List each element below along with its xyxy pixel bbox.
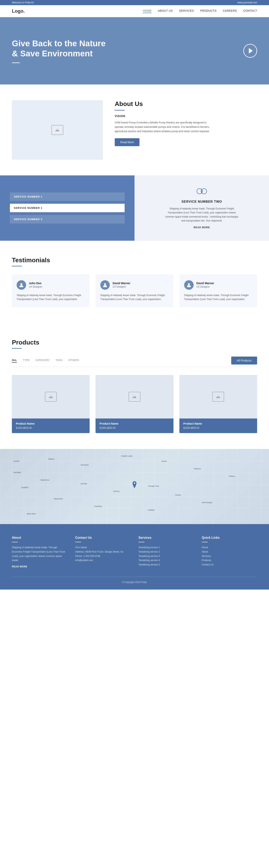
about-image-placeholder: [52, 125, 63, 135]
footer-services: Services Tantalizing service 1 Tantalizi…: [139, 536, 194, 569]
footer-phone: Phone: 1-202-555-0158: [75, 554, 130, 558]
service-item-2[interactable]: SERVICE NUMBER 1: [10, 204, 125, 212]
service-read-more[interactable]: READ MORE: [193, 226, 210, 229]
nav-services[interactable]: SERVICES: [179, 9, 194, 13]
product-img-placeholder-2: [128, 392, 141, 402]
product-footer-1: Product Name $1000-$800.00: [12, 418, 90, 433]
product-name-3: Product Name: [183, 422, 253, 425]
footer-link-services[interactable]: Services: [202, 554, 257, 558]
products-section: Products ALL TYPE CATEGORY TAGS OTHERS A…: [0, 323, 269, 449]
filter-type[interactable]: TYPE: [23, 359, 29, 363]
product-card-2[interactable]: Product Name $1000-$800.00: [95, 375, 173, 433]
footer: About Shipping of relatively lesser load…: [0, 524, 269, 590]
footer-service-1[interactable]: Tantalizing service 1: [139, 546, 194, 550]
nav-about[interactable]: ABOUT US: [158, 9, 173, 13]
testimonial-text-2: Shipping of relatively lesser loads. Thr…: [100, 293, 169, 301]
about-body: GSM based Pump Controllers (Mobile Pump …: [115, 120, 210, 133]
avatar-2: [100, 280, 110, 290]
hero-text: Give Back to the Nature & Save Environme…: [12, 38, 111, 63]
map-background: Dunkirk Batavia Rochester Franklin Lakes…: [0, 449, 269, 524]
hero-underline: [12, 62, 20, 63]
service-active-body: Shipping of relatively lesser loads. Thr…: [164, 207, 239, 223]
testimonials-divider: [12, 266, 22, 267]
footer-service-4[interactable]: Tantalizing service 4: [139, 558, 194, 563]
product-image-3: [179, 375, 257, 418]
product-footer-2: Product Name $1000-$800.00: [95, 418, 173, 433]
footer-quicklinks-divider: [202, 542, 208, 542]
nav-careers[interactable]: CAREERS: [223, 9, 237, 13]
footer-service-2[interactable]: Tantalizing service 2: [139, 550, 194, 554]
logo[interactable]: Logo.: [12, 8, 25, 14]
about-heading: About Us: [115, 100, 210, 107]
testimonial-header-2: David Warner UX Designer: [100, 280, 169, 290]
hero-section: Give Back to the Nature & Save Environme…: [0, 17, 269, 85]
services-right: SERVICE NUMBER TWO Shipping of relativel…: [134, 176, 269, 241]
footer-link-home[interactable]: Home: [202, 546, 257, 550]
footer-address: Address: 49/38 First Fl,Dor, Design Stre…: [75, 550, 130, 554]
product-name-1: Product Name: [16, 422, 86, 425]
avatar-1: [17, 280, 26, 290]
about-read-more-button[interactable]: Read More: [115, 138, 140, 146]
map-section: Dunkirk Batavia Rochester Franklin Lakes…: [0, 449, 269, 524]
testimonials-grid: John Deo UX Designer Shipping of relativ…: [12, 274, 257, 307]
testimonial-name-2: David Warner: [113, 282, 130, 285]
footer-link-products[interactable]: Products: [202, 558, 257, 563]
about-section: About Us VISION GSM based Pump Controlle…: [0, 85, 269, 176]
footer-email: info@prideit.com: [75, 558, 130, 563]
filter-tags[interactable]: TAGS: [56, 359, 62, 363]
nav-home[interactable]: HOME: [143, 9, 151, 13]
products-grid: Product Name $1000-$800.00 Product Name …: [12, 375, 257, 433]
service-item-3[interactable]: SERVICE NUMBER 3: [10, 215, 125, 223]
footer-quicklinks: Quick Links Home About Services Products…: [202, 536, 257, 569]
avatar-3: [184, 280, 193, 290]
product-img-placeholder-3: [212, 392, 224, 402]
product-card-1[interactable]: Product Name $1000-$800.00: [12, 375, 90, 433]
footer-about-read-more[interactable]: READ MORE: [12, 565, 67, 569]
nav-contact[interactable]: CONTACT: [243, 9, 257, 13]
footer-services-divider: [139, 542, 144, 542]
testimonial-header-3: David Warner UX Designer: [184, 280, 252, 290]
about-content: About Us VISION GSM based Pump Controlle…: [115, 100, 210, 146]
header: Logo. HOME ABOUT US SERVICES PRODUCTS CA…: [0, 5, 269, 17]
footer-contact: Contact Us Firm Name Address: 49/38 Firs…: [75, 536, 130, 569]
product-card-3[interactable]: Product Name $1000-$800.00: [179, 375, 257, 433]
service-icon: [196, 187, 208, 196]
filter-tabs: ALL TYPE CATEGORY TAGS OTHERS: [12, 359, 79, 363]
product-price-2: $1000-$800.00: [99, 427, 116, 429]
filter-others[interactable]: OTHERS: [68, 359, 79, 363]
footer-service-3[interactable]: Tantalizing service 3: [139, 554, 194, 558]
footer-about-heading: About: [12, 536, 67, 539]
service-active-title: SERVICE NUMBER TWO: [182, 200, 222, 204]
testimonial-info-3: David Warner UX Designer: [197, 282, 214, 288]
filter-category[interactable]: CATEGORY: [35, 359, 50, 363]
testimonial-info-2: David Warner UX Designer: [113, 282, 130, 288]
about-subheading: VISION: [115, 115, 210, 118]
testimonial-role-3: UX Designer: [197, 285, 210, 288]
svg-point-5: [188, 283, 190, 285]
about-image: [12, 100, 103, 160]
services-left: SERVICE NUMBER 1 SERVICE NUMBER 1 SERVIC…: [0, 176, 134, 241]
testimonial-header-1: John Deo UX Designer: [17, 280, 85, 290]
footer-link-about[interactable]: About: [202, 550, 257, 554]
map-pin: [132, 481, 137, 489]
product-image-2: [95, 375, 173, 418]
testimonial-info-1: John Deo UX Designer: [29, 282, 42, 288]
play-button[interactable]: [243, 44, 257, 58]
about-divider: [115, 110, 125, 111]
testimonial-card-1: John Deo UX Designer Shipping of relativ…: [12, 274, 90, 307]
nav-products[interactable]: PRODUCTS: [200, 9, 217, 13]
footer-service-5[interactable]: Tantalizing service 5: [139, 563, 194, 567]
hero-title: Give Back to the Nature & Save Environme…: [12, 38, 111, 59]
testimonial-name-1: John Deo: [29, 282, 42, 285]
testimonials-heading: Testimonials: [12, 256, 257, 264]
service-item-1[interactable]: SERVICE NUMBER 1: [10, 192, 125, 201]
all-products-button[interactable]: All Products: [231, 356, 257, 365]
products-divider: [12, 348, 22, 349]
footer-services-list: Tantalizing service 1 Tantalizing servic…: [139, 546, 194, 567]
product-img-placeholder-1: [45, 392, 57, 402]
topbar-left: Welcome to Pride kit: [12, 1, 34, 4]
footer-quicklinks-heading: Quick Links: [202, 536, 257, 539]
footer-quicklinks-list: Home About Services Products Contact Us: [202, 546, 257, 567]
footer-link-contact[interactable]: Contact Us: [202, 563, 257, 567]
filter-all[interactable]: ALL: [12, 359, 17, 363]
